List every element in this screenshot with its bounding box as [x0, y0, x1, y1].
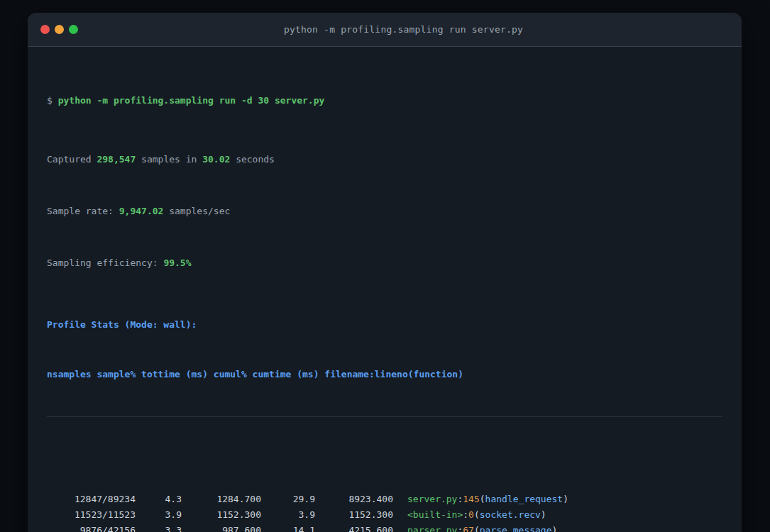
close-button[interactable]	[40, 25, 50, 34]
efficiency-label: Sampling efficiency:	[47, 257, 163, 268]
stat-sample-rate: Sample rate: 9,947.02 samples/sec	[47, 201, 722, 221]
sample-pct-cell: 3.9	[136, 509, 182, 520]
sample-pct-cell: 4.3	[136, 494, 182, 504]
captured-seconds-value: 30.02	[202, 154, 230, 165]
stat-efficiency: Sampling efficiency: 99.5%	[47, 253, 722, 272]
location-cell: <built-in>0socket.recv	[407, 509, 546, 520]
table-header: nsamples sample% tottime (ms) cumul% cum…	[47, 366, 722, 382]
sample-rate-value: 9,947.02	[119, 206, 164, 216]
location-cell: parser.py67parse_message	[407, 525, 557, 532]
terminal-window: python -m profiling.sampling run server.…	[28, 13, 742, 532]
efficiency-value: 99.5%	[163, 257, 191, 268]
cumtime-cell: 8923.400	[315, 494, 393, 504]
window-title: python -m profiling.sampling run server.…	[78, 24, 729, 35]
tottime-cell: 987.600	[182, 525, 261, 532]
function-name-text: socket.recv	[474, 509, 546, 520]
captured-mid-label: samples in	[136, 154, 202, 165]
table-row: 11523/115233.91152.3003.91152.300<built-…	[47, 506, 722, 522]
nsamples-cell: 12847/89234	[47, 494, 136, 504]
table-divider	[47, 416, 722, 417]
sample-rate-unit: samples/sec	[163, 206, 230, 216]
cumul-pct-cell: 14.1	[261, 525, 315, 532]
prompt-symbol: $	[47, 95, 58, 106]
command-line: $ python -m profiling.sampling run -d 30…	[47, 90, 722, 110]
minimize-button[interactable]	[55, 25, 64, 34]
nsamples-cell: 11523/11523	[47, 509, 136, 520]
lineno-text: 145	[457, 494, 479, 504]
cumul-pct-cell: 3.9	[261, 509, 315, 520]
terminal-body[interactable]: $ python -m profiling.sampling run -d 30…	[28, 47, 742, 532]
captured-suffix-label: seconds	[230, 154, 275, 165]
stat-captured: Captured 298,547 samples in 30.02 second…	[47, 149, 722, 169]
table-row: 9876/421563.3987.60014.14215.600parser.p…	[47, 522, 722, 532]
filename-text: server.py	[407, 494, 457, 504]
nsamples-cell: 9876/42156	[47, 525, 136, 532]
cumul-pct-cell: 29.9	[261, 494, 315, 504]
profile-stats-title: Profile Stats (Mode: wall):	[47, 314, 722, 334]
lineno-text: 0	[463, 509, 474, 520]
profile-table: 12847/892344.31284.70029.98923.400server…	[47, 459, 722, 532]
command-text: python -m profiling.sampling run -d 30 s…	[58, 95, 325, 106]
captured-samples-value: 298,547	[97, 154, 136, 165]
table-row: 12847/892344.31284.70029.98923.400server…	[47, 491, 722, 506]
function-name-text: parse_message	[474, 525, 557, 532]
tottime-cell: 1152.300	[182, 509, 261, 520]
cumtime-cell: 1152.300	[315, 509, 393, 520]
cumtime-cell: 4215.600	[315, 525, 393, 532]
maximize-button[interactable]	[69, 25, 78, 34]
titlebar: python -m profiling.sampling run server.…	[28, 13, 742, 47]
lineno-text: 67	[457, 525, 473, 532]
function-name-text: handle_request	[480, 494, 568, 504]
filename-text: parser.py	[407, 525, 457, 532]
filename-text: <built-in>	[407, 509, 463, 520]
captured-label: Captured	[47, 154, 97, 165]
sample-pct-cell: 3.3	[136, 525, 182, 532]
traffic-lights	[40, 25, 78, 34]
location-cell: server.py145handle_request	[407, 494, 568, 504]
sample-rate-label: Sample rate:	[47, 206, 119, 216]
tottime-cell: 1284.700	[182, 494, 261, 504]
